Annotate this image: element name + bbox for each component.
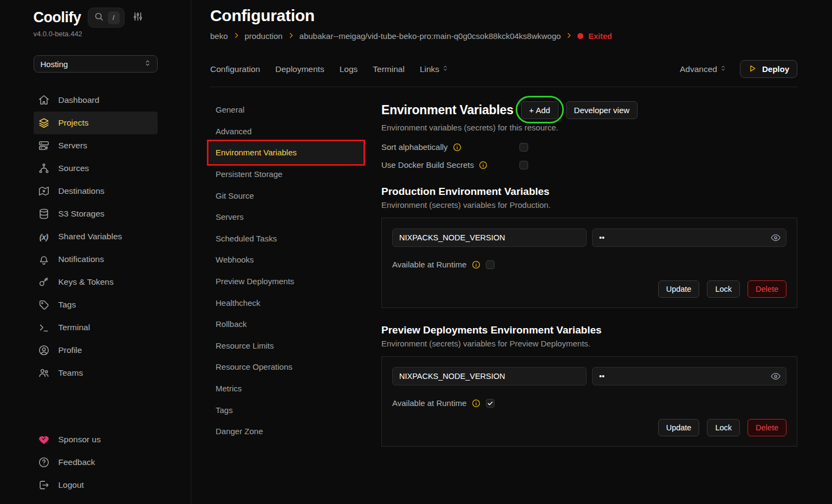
sidebar-item-s3-storages[interactable]: S3 Storages — [34, 202, 158, 225]
sidebar-item-teams[interactable]: Teams — [34, 362, 158, 384]
subnav-rollback[interactable]: Rollback — [210, 313, 365, 335]
sidebar-item-label: Logout — [58, 480, 84, 490]
sidebar-item-destinations[interactable]: Destinations — [34, 180, 158, 202]
subnav-servers[interactable]: Servers — [210, 206, 365, 228]
preview-variable-card: Available at Runtime Update Lock Delete — [381, 356, 797, 447]
sidebar-item-logout[interactable]: Logout — [34, 474, 158, 496]
subnav-general[interactable]: General — [210, 99, 365, 121]
sidebar-item-label: Dashboard — [58, 95, 100, 105]
coolify-app: Coolify / v4.0.0-beta.442 Hosting — [0, 0, 832, 504]
search-icon — [94, 11, 104, 24]
play-icon — [748, 64, 757, 75]
server-icon — [38, 140, 50, 152]
app-version: v4.0.0-beta.442 — [34, 30, 158, 38]
runtime-checkbox-checked[interactable] — [486, 399, 495, 408]
subnav-webhooks[interactable]: Webhooks — [210, 249, 365, 271]
eye-icon[interactable] — [770, 371, 781, 384]
docker-build-secrets-checkbox[interactable] — [519, 161, 528, 169]
sidebar-item-sources[interactable]: Sources — [34, 157, 158, 180]
variable-name-input[interactable] — [392, 367, 587, 385]
tag-icon — [38, 299, 50, 311]
sidebar-item-profile[interactable]: Profile — [34, 339, 158, 362]
settings-sliders-button[interactable] — [132, 11, 144, 24]
tab-configuration[interactable]: Configuration — [210, 64, 260, 74]
sidebar-item-label: Servers — [58, 141, 87, 150]
slash-shortcut-key: / — [108, 11, 120, 24]
config-subnav: General Advanced Environment Variables P… — [210, 99, 365, 447]
breadcrumb-resource[interactable]: abubakar--meigag/vid-tube-beko-pro:main-… — [300, 31, 561, 41]
update-button[interactable]: Update — [658, 280, 700, 298]
breadcrumb-environment[interactable]: production — [245, 31, 283, 41]
advanced-label: Advanced — [680, 64, 717, 74]
sidebar-item-notifications[interactable]: Notifications — [34, 248, 158, 271]
variable-name-input[interactable] — [392, 228, 587, 247]
eye-icon[interactable] — [770, 232, 781, 245]
subnav-environment-variables[interactable]: Environment Variables — [210, 142, 365, 163]
subnav-persistent-storage[interactable]: Persistent Storage — [210, 163, 365, 185]
search-button[interactable]: / — [88, 8, 125, 28]
tab-terminal[interactable]: Terminal — [373, 64, 405, 74]
subnav-metrics[interactable]: Metrics — [210, 378, 365, 400]
runtime-checkbox[interactable] — [486, 260, 495, 269]
tab-bar: Configuration Deployments Logs Terminal … — [210, 60, 797, 78]
sidebar-item-keys-tokens[interactable]: Keys & Tokens — [34, 271, 158, 293]
variable-value-input[interactable] — [592, 367, 786, 385]
sidebar-item-label: Tags — [58, 300, 76, 310]
add-button[interactable]: + Add — [521, 101, 558, 119]
sidebar-item-feedback[interactable]: Feedback — [34, 451, 158, 474]
sidebar-nav: Dashboard Projects Servers Sources Desti… — [34, 89, 158, 384]
app-logo[interactable]: Coolify — [34, 9, 81, 26]
subnav-git-source[interactable]: Git Source — [210, 185, 365, 206]
subnav-scheduled-tasks[interactable]: Scheduled Tasks — [210, 228, 365, 250]
chevron-up-down-icon — [144, 59, 152, 69]
user-circle-icon — [38, 344, 50, 356]
subnav-preview-deployments[interactable]: Preview Deployments — [210, 271, 365, 292]
sidebar-item-terminal[interactable]: Terminal — [34, 316, 158, 339]
tab-links[interactable]: Links — [420, 64, 449, 74]
sidebar-item-label: Shared Variables — [58, 232, 122, 241]
deploy-button[interactable]: Deploy — [740, 60, 797, 78]
tab-deployments[interactable]: Deployments — [275, 64, 324, 74]
sidebar-item-label: Feedback — [58, 457, 95, 467]
subnav-healthcheck[interactable]: Healthcheck — [210, 292, 365, 313]
lock-button[interactable]: Lock — [707, 280, 740, 298]
tabbar-divider — [210, 87, 797, 87]
variable-value-input[interactable] — [592, 228, 786, 247]
subnav-tags[interactable]: Tags — [210, 399, 365, 421]
team-select[interactable]: Hosting — [34, 55, 158, 73]
subnav-resource-limits[interactable]: Resource Limits — [210, 335, 365, 357]
lock-button[interactable]: Lock — [707, 419, 740, 436]
info-icon — [453, 143, 461, 152]
variables-icon: (x) — [38, 231, 50, 243]
users-icon — [38, 367, 50, 379]
sidebar-item-dashboard[interactable]: Dashboard — [34, 89, 158, 112]
subnav-label: Environment Variables — [216, 148, 297, 157]
delete-button[interactable]: Delete — [748, 419, 786, 436]
sidebar-item-shared-variables[interactable]: (x) Shared Variables — [34, 225, 158, 248]
breadcrumb-project[interactable]: beko — [210, 31, 228, 41]
subnav-resource-operations[interactable]: Resource Operations — [210, 356, 365, 378]
subnav-danger-zone[interactable]: Danger Zone — [210, 421, 365, 442]
chevron-up-down-icon — [719, 64, 727, 74]
tab-links-label: Links — [420, 64, 439, 74]
advanced-dropdown[interactable]: Advanced — [680, 64, 727, 74]
tab-logs[interactable]: Logs — [340, 64, 358, 74]
sidebar-item-projects[interactable]: Projects — [34, 112, 158, 134]
git-icon — [38, 162, 50, 174]
sidebar-footer: Sponsor us Feedback Logout — [34, 428, 158, 496]
production-section-description: Environment (secrets) variables for Prod… — [381, 200, 797, 210]
update-button[interactable]: Update — [658, 419, 700, 436]
sidebar-item-label: Keys & Tokens — [58, 277, 114, 287]
sidebar-item-servers[interactable]: Servers — [34, 134, 158, 157]
info-icon — [472, 260, 480, 269]
sidebar-item-label: Teams — [58, 368, 83, 378]
sidebar-item-sponsor-us[interactable]: Sponsor us — [34, 428, 158, 451]
sort-alphabetically-checkbox[interactable] — [519, 143, 528, 152]
sidebar-item-label: Destinations — [58, 186, 105, 196]
delete-button[interactable]: Delete — [748, 280, 786, 298]
chevron-up-down-icon — [441, 64, 449, 74]
developer-view-button[interactable]: Developer view — [566, 101, 638, 119]
subnav-advanced[interactable]: Advanced — [210, 121, 365, 142]
sort-alphabetically-label: Sort alphabetically — [381, 142, 448, 152]
sidebar-item-tags[interactable]: Tags — [34, 293, 158, 316]
